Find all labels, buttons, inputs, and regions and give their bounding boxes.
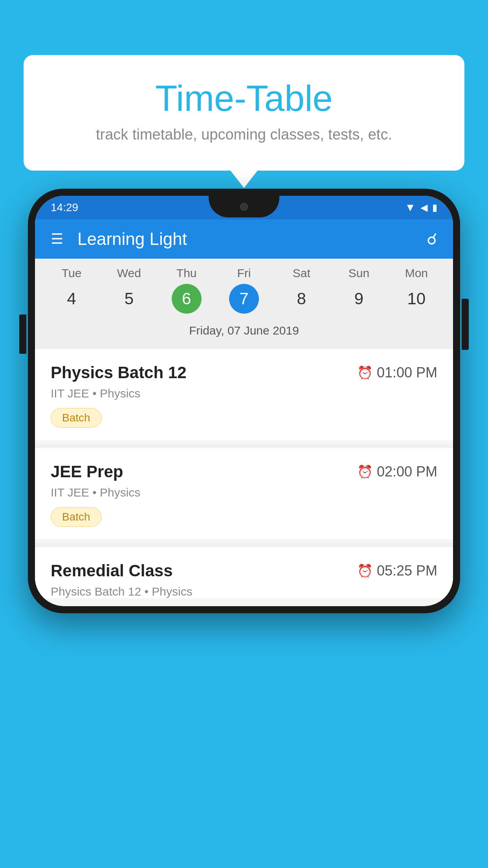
day-num-3[interactable]: 7 [229,284,259,314]
notch [209,196,279,217]
schedule-time-value-3: 05:25 PM [377,563,437,579]
bubble-subtitle: track timetable, upcoming classes, tests… [55,126,433,143]
phone-outer: 14:29 ▼ ◀ ▮ ☰ Learning Light ☌ [28,189,460,613]
app-bar: ☰ Learning Light ☌ [35,219,453,259]
schedule-list: Physics Batch 12 ⏰ 01:00 PM IIT JEE • Ph… [35,349,453,598]
divider-2 [35,543,453,547]
speech-bubble-wrapper: Time-Table track timetable, upcoming cla… [24,55,464,171]
day-num-6[interactable]: 10 [402,284,431,314]
divider-1 [35,444,453,448]
day-col-0[interactable]: Tue4 [46,267,97,314]
calendar-strip: Tue4Wed5Thu6Fri7Sat8Sun9Mon10 Friday, 07… [35,259,453,349]
schedule-item-3[interactable]: Remedial Class ⏰ 05:25 PM Physics Batch … [35,547,453,598]
bubble-title: Time-Table [55,79,433,118]
schedule-subtitle-1: IIT JEE • Physics [51,387,437,400]
clock-icon-3: ⏰ [357,563,373,578]
day-num-2[interactable]: 6 [172,284,202,314]
status-icons: ▼ ◀ ▮ [405,201,437,214]
day-num-1[interactable]: 5 [114,284,144,314]
phone-screen: 14:29 ▼ ◀ ▮ ☰ Learning Light ☌ [35,196,453,606]
schedule-item-header-3: Remedial Class ⏰ 05:25 PM [51,561,437,580]
schedule-time-1: ⏰ 01:00 PM [357,364,437,381]
day-num-5[interactable]: 9 [344,284,374,314]
camera-dot [240,203,248,211]
schedule-title-3: Remedial Class [51,561,173,580]
search-icon[interactable]: ☌ [427,230,437,248]
schedule-subtitle-3: Physics Batch 12 • Physics [51,585,437,598]
schedule-time-value-1: 01:00 PM [377,364,437,381]
clock-icon-2: ⏰ [357,464,373,479]
schedule-subtitle-2: IIT JEE • Physics [51,486,437,499]
day-col-5[interactable]: Sun9 [334,267,385,314]
phone-mockup: 14:29 ▼ ◀ ▮ ☰ Learning Light ☌ [28,189,460,613]
app-title: Learning Light [77,229,427,249]
batch-badge-1: Batch [51,408,102,428]
schedule-item-2[interactable]: JEE Prep ⏰ 02:00 PM IIT JEE • Physics Ba… [35,448,453,539]
schedule-time-3: ⏰ 05:25 PM [357,563,437,579]
day-name-4: Sat [293,267,310,280]
day-num-0[interactable]: 4 [57,284,86,314]
day-name-2: Thu [176,267,197,280]
day-name-1: Wed [117,267,141,280]
day-col-1[interactable]: Wed5 [103,267,154,314]
day-name-3: Fri [237,267,251,280]
days-row: Tue4Wed5Thu6Fri7Sat8Sun9Mon10 [35,267,453,314]
batch-badge-2: Batch [51,507,102,527]
status-time: 14:29 [51,201,78,214]
schedule-title-1: Physics Batch 12 [51,363,187,382]
schedule-time-2: ⏰ 02:00 PM [357,463,437,480]
day-col-3[interactable]: Fri7 [218,267,270,314]
battery-icon: ▮ [432,202,437,213]
status-bar: 14:29 ▼ ◀ ▮ [35,196,453,219]
day-name-5: Sun [349,267,369,280]
schedule-item-header-2: JEE Prep ⏰ 02:00 PM [51,462,437,481]
day-num-4[interactable]: 8 [286,284,316,314]
day-col-6[interactable]: Mon10 [391,267,442,314]
speech-bubble: Time-Table track timetable, upcoming cla… [24,55,464,171]
schedule-time-value-2: 02:00 PM [377,463,437,480]
day-name-6: Mon [405,267,428,280]
hamburger-icon[interactable]: ☰ [51,231,63,247]
day-name-0: Tue [62,267,82,280]
signal-icon: ◀ [420,202,427,213]
schedule-item-header: Physics Batch 12 ⏰ 01:00 PM [51,363,437,382]
clock-icon-1: ⏰ [357,365,373,380]
schedule-title-2: JEE Prep [51,462,123,481]
wifi-icon: ▼ [405,201,416,214]
day-col-4[interactable]: Sat8 [276,267,327,314]
day-col-2[interactable]: Thu6 [161,267,212,314]
schedule-item[interactable]: Physics Batch 12 ⏰ 01:00 PM IIT JEE • Ph… [35,349,453,440]
calendar-date-label: Friday, 07 June 2019 [35,319,453,345]
